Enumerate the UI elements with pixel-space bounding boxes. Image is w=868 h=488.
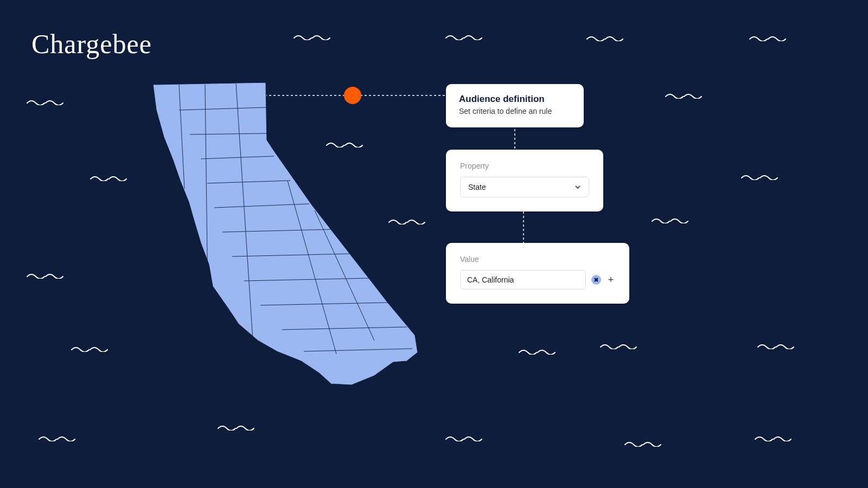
chevron-down-icon [575, 184, 581, 190]
property-label: Property [460, 162, 589, 170]
value-card: Value CA, California + [446, 243, 629, 304]
remove-value-button[interactable] [591, 275, 601, 285]
wave-decoration-icon [586, 34, 624, 41]
connector-line [514, 129, 515, 151]
wave-decoration-icon [754, 434, 792, 441]
add-value-button[interactable]: + [607, 275, 615, 284]
audience-definition-card: Audience definition Set criteria to defi… [446, 84, 584, 127]
connector-line [523, 207, 524, 243]
value-label: Value [460, 255, 615, 264]
property-card: Property State [446, 150, 603, 211]
plus-icon: + [608, 275, 614, 285]
wave-decoration-icon [651, 216, 689, 223]
value-input-text: CA, California [467, 275, 514, 284]
wave-decoration-icon [26, 98, 64, 105]
wave-decoration-icon [71, 344, 108, 352]
wave-decoration-icon [445, 33, 483, 40]
close-icon [594, 278, 598, 282]
property-select-value: State [468, 183, 486, 191]
wave-decoration-icon [293, 33, 331, 40]
audience-definition-subtitle: Set criteria to define an rule [459, 107, 571, 115]
wave-decoration-icon [624, 439, 662, 447]
california-map [146, 80, 423, 389]
wave-decoration-icon [749, 34, 787, 41]
wave-decoration-icon [665, 91, 703, 99]
wave-decoration-icon [757, 342, 795, 349]
wave-decoration-icon [741, 172, 778, 180]
wave-decoration-icon [38, 434, 76, 441]
wave-decoration-icon [90, 174, 127, 181]
property-select[interactable]: State [460, 177, 589, 197]
wave-decoration-icon [217, 423, 255, 431]
wave-decoration-icon [599, 342, 637, 349]
audience-definition-title: Audience definition [459, 94, 571, 105]
wave-decoration-icon [518, 347, 556, 355]
map-marker-icon [344, 87, 361, 104]
value-input[interactable]: CA, California [460, 270, 586, 290]
wave-decoration-icon [445, 434, 483, 441]
brand-logo: Chargebee [31, 28, 152, 60]
wave-decoration-icon [26, 271, 64, 279]
